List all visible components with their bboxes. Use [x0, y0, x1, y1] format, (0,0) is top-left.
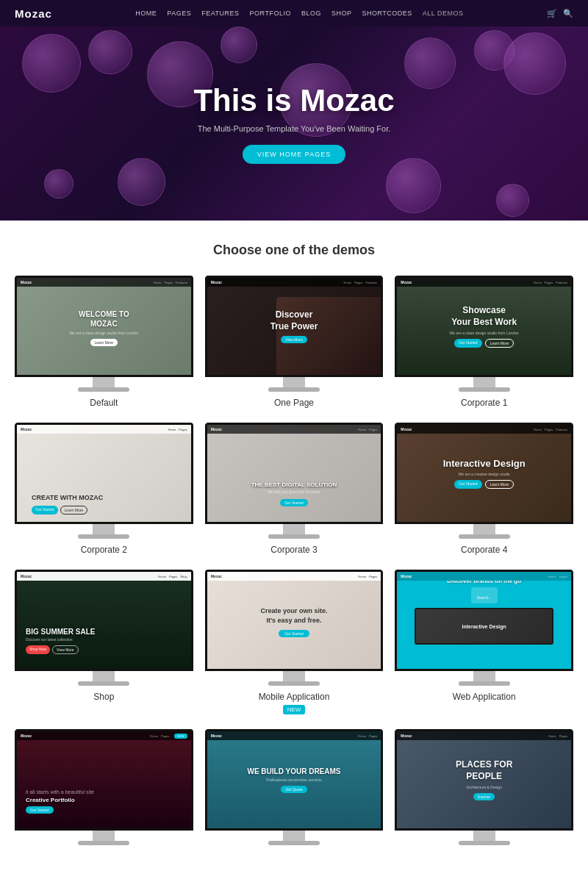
demos-grid: MozacHomePagesFeatures WELCOME TOMOZAC W… — [15, 276, 573, 851]
monitor-onepage: MozacHomePagesFeatures DiscoverTrue Powe… — [205, 276, 384, 392]
demo-item-corp4[interactable]: MozacHomePagesFeatures Interactive Desig… — [395, 423, 573, 555]
monitor-shop: Mozac HomePagesShop BIG SUMMER SALE Disc… — [15, 570, 193, 686]
monitor-webapp: MozacHomePages Discover brands on the go… — [395, 570, 573, 686]
nav-home[interactable]: HOME — [135, 10, 157, 17]
hero-bubbles — [0, 26, 588, 220]
monitor-corp2: MozacHomePages CREATE WITH MOZAC Get Sta… — [15, 423, 193, 539]
monitor-row4c: MozacHomePages PLACES FORPEOPLE Architec… — [395, 729, 573, 845]
monitor-corp1: MozacHomePagesFeatures ShowcaseYour Best… — [395, 276, 573, 392]
demo-item-row4b[interactable]: MozacHomePages WE BUILD YOUR DREAMS Prof… — [205, 729, 384, 851]
hero-section: This is Mozac The Multi-Purpose Template… — [0, 26, 588, 220]
navbar-logo[interactable]: Mozac — [15, 7, 52, 20]
demo-item-default[interactable]: MozacHomePagesFeatures WELCOME TOMOZAC W… — [15, 276, 193, 408]
nav-all-demos[interactable]: ALL DEMOS — [423, 10, 464, 17]
demo-label-webapp: Web Application — [453, 692, 516, 702]
demo-label-default: Default — [90, 398, 118, 408]
demo-item-mobile[interactable]: MozacHomePages Create your own site.It's… — [205, 570, 384, 714]
navbar-icons: 🛒 🔍 — [547, 9, 573, 18]
hero-title: This is Mozac — [193, 83, 394, 118]
demo-badge-mobile: NEW — [283, 705, 306, 714]
demo-item-corp1[interactable]: MozacHomePagesFeatures ShowcaseYour Best… — [395, 276, 573, 408]
hero-subtitle: The Multi-Purpose Template You've Been W… — [198, 124, 391, 133]
monitor-default: MozacHomePagesFeatures WELCOME TOMOZAC W… — [15, 276, 193, 392]
demo-label-onepage: One Page — [274, 398, 314, 408]
demos-section-title: Choose one of the demos — [15, 243, 573, 258]
monitor-row4b: MozacHomePages WE BUILD YOUR DREAMS Prof… — [205, 729, 384, 845]
demo-item-onepage[interactable]: MozacHomePagesFeatures DiscoverTrue Powe… — [205, 276, 384, 408]
nav-shop[interactable]: SHOP — [331, 10, 352, 17]
nav-portfolio[interactable]: PORTFOLIO — [250, 10, 291, 17]
demo-item-webapp[interactable]: MozacHomePages Discover brands on the go… — [395, 570, 573, 714]
demo-item-shop[interactable]: Mozac HomePagesShop BIG SUMMER SALE Disc… — [15, 570, 193, 714]
demo-label-mobile: Mobile Application — [259, 692, 330, 702]
monitor-mobile: MozacHomePages Create your own site.It's… — [205, 570, 384, 686]
nav-shortcodes[interactable]: SHORTCODES — [362, 10, 412, 17]
demo-item-row4c[interactable]: MozacHomePages PLACES FORPEOPLE Architec… — [395, 729, 573, 851]
demo-label-corp2: Corporate 2 — [81, 545, 127, 555]
navbar-links: HOME PAGES FEATURES PORTFOLIO BLOG SHOP … — [135, 10, 463, 17]
demos-section: Choose one of the demos MozacHomePagesFe… — [0, 220, 588, 873]
nav-features[interactable]: FEATURES — [201, 10, 239, 17]
monitor-corp4: MozacHomePagesFeatures Interactive Desig… — [395, 423, 573, 539]
demo-label-shop: Shop — [93, 692, 114, 702]
demo-item-corp3[interactable]: MozacHomePages THE BEST DIGITAL SOLUTION… — [205, 423, 384, 555]
cart-icon[interactable]: 🛒 — [547, 9, 557, 18]
demo-label-corp4: Corporate 4 — [461, 545, 507, 555]
demo-item-corp2[interactable]: MozacHomePages CREATE WITH MOZAC Get Sta… — [15, 423, 193, 555]
nav-pages[interactable]: PAGES — [167, 10, 191, 17]
monitor-corp3: MozacHomePages THE BEST DIGITAL SOLUTION… — [205, 423, 384, 539]
navbar: Mozac HOME PAGES FEATURES PORTFOLIO BLOG… — [0, 0, 588, 26]
view-home-pages-button[interactable]: VIEW HOME PAGES — [243, 145, 345, 164]
demo-label-corp3: Corporate 3 — [270, 545, 317, 555]
monitor-row4a: MozacHomePages NEW it all starts with a … — [15, 729, 193, 845]
demo-item-row4a[interactable]: MozacHomePages NEW it all starts with a … — [15, 729, 193, 851]
search-icon[interactable]: 🔍 — [563, 9, 573, 18]
nav-blog[interactable]: BLOG — [301, 10, 321, 17]
demo-label-corp1: Corporate 1 — [461, 398, 507, 408]
